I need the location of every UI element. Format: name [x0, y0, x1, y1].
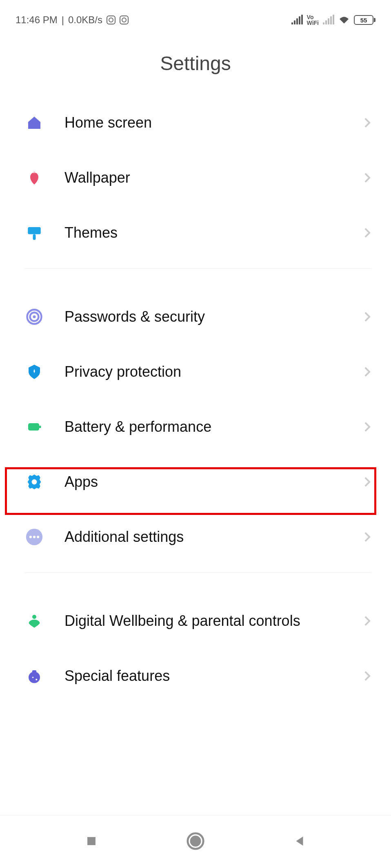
- status-time: 11:46 PM: [16, 14, 58, 26]
- status-left: 11:46 PM | 0.0KB/s: [16, 14, 129, 26]
- battery-icon: 55: [354, 15, 375, 25]
- settings-item-label: Themes: [64, 223, 363, 242]
- flask-icon: [24, 666, 44, 686]
- home-icon: [24, 113, 44, 133]
- chevron-right-icon: [363, 615, 371, 627]
- settings-item-label: Passwords & security: [64, 307, 363, 326]
- svg-rect-17: [87, 837, 96, 845]
- settings-item-apps[interactable]: Apps: [24, 454, 371, 509]
- home-button[interactable]: [186, 832, 205, 852]
- status-data-rate: 0.0KB/s: [68, 14, 102, 26]
- chevron-right-icon: [363, 227, 371, 239]
- svg-point-19: [190, 835, 201, 846]
- settings-item-label: Battery & performance: [64, 417, 363, 436]
- settings-item-home-screen[interactable]: Home screen: [24, 95, 371, 150]
- signal-icon-secondary: [323, 15, 334, 24]
- instagram-icon: [107, 15, 116, 24]
- chevron-right-icon: [363, 476, 371, 488]
- settings-item-label: Special features: [64, 667, 363, 685]
- more-icon: [24, 527, 44, 547]
- settings-item-wallpaper[interactable]: Wallpaper: [24, 150, 371, 205]
- svg-point-4: [33, 315, 36, 318]
- navigation-bar: [0, 815, 391, 868]
- back-button[interactable]: [293, 834, 307, 850]
- chevron-right-icon: [363, 421, 371, 433]
- svg-rect-6: [39, 426, 41, 428]
- section-divider: [24, 572, 371, 573]
- chevron-right-icon: [363, 117, 371, 129]
- settings-item-special-features[interactable]: Special features: [24, 648, 371, 703]
- wifi-icon: [338, 15, 350, 24]
- settings-item-battery-performance[interactable]: Battery & performance: [24, 399, 371, 454]
- recent-apps-button[interactable]: [84, 834, 98, 850]
- svg-point-10: [33, 535, 36, 538]
- gear-icon: [24, 472, 44, 492]
- settings-item-label: Home screen: [64, 113, 363, 132]
- themes-icon: [24, 223, 44, 243]
- battery-icon: [24, 417, 44, 437]
- settings-item-themes[interactable]: Themes: [24, 205, 371, 260]
- settings-item-label: Additional settings: [64, 528, 363, 546]
- settings-item-label: Wallpaper: [64, 168, 363, 187]
- chevron-right-icon: [363, 311, 371, 323]
- wallpaper-icon: [24, 168, 44, 188]
- svg-rect-5: [28, 423, 39, 431]
- status-bar: 11:46 PM | 0.0KB/s VoWiFi 55: [0, 0, 391, 30]
- settings-item-digital-wellbeing[interactable]: Digital Wellbeing & parental controls: [24, 593, 371, 648]
- section-divider: [24, 268, 371, 269]
- chevron-right-icon: [363, 531, 371, 543]
- svg-point-11: [37, 535, 39, 538]
- page-title: Settings: [0, 52, 391, 75]
- svg-rect-1: [33, 234, 36, 240]
- chevron-right-icon: [363, 172, 371, 184]
- svg-rect-14: [32, 670, 37, 672]
- settings-item-label: Digital Wellbeing & parental controls: [64, 612, 363, 630]
- settings-item-additional-settings[interactable]: Additional settings: [24, 509, 371, 564]
- settings-item-label: Privacy protection: [64, 362, 363, 381]
- chevron-right-icon: [363, 670, 371, 682]
- svg-point-13: [29, 671, 40, 683]
- svg-rect-0: [28, 227, 41, 234]
- fingerprint-icon: [24, 307, 44, 327]
- svg-point-7: [32, 479, 37, 484]
- shield-icon: [24, 362, 44, 382]
- wellbeing-icon: [24, 611, 44, 631]
- instagram-icon: [120, 15, 129, 24]
- signal-icon: [291, 15, 303, 24]
- status-right: VoWiFi 55: [291, 14, 375, 26]
- settings-list: Home screen Wallpaper Themes Passwords &…: [0, 95, 391, 703]
- chevron-right-icon: [363, 366, 371, 378]
- settings-item-label: Apps: [64, 473, 363, 491]
- svg-point-12: [32, 615, 36, 619]
- settings-item-privacy-protection[interactable]: Privacy protection: [24, 344, 371, 399]
- svg-point-9: [29, 535, 32, 538]
- status-separator: |: [62, 14, 64, 26]
- vowifi-icon: VoWiFi: [307, 14, 319, 26]
- svg-point-16: [32, 676, 34, 678]
- svg-point-15: [36, 678, 37, 680]
- settings-item-passwords-security[interactable]: Passwords & security: [24, 289, 371, 344]
